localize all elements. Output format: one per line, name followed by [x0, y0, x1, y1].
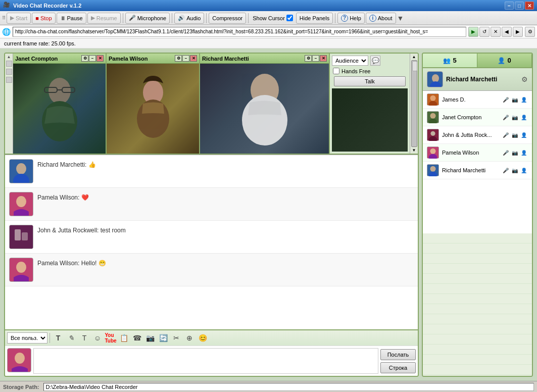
nav-btn-2[interactable]: ↺	[479, 27, 490, 37]
audience-dropdown[interactable]: Audience	[332, 56, 368, 66]
status-top-bar: current frame rate: 25.00 fps.	[0, 38, 537, 48]
nav-buttons: ▶ ↺ ✕ ◀ ▶	[468, 27, 523, 37]
extra-btn-2[interactable]: 😊	[197, 332, 209, 344]
toolbar-grip[interactable]: ⠿	[2, 15, 6, 21]
win-close-janet[interactable]: ✕	[96, 55, 104, 62]
settings-gear-icon[interactable]: ⚙	[521, 75, 528, 83]
win-min-janet[interactable]: −	[89, 55, 96, 62]
message-content-4: Pamela Wilson: Hello! 😁	[37, 258, 414, 267]
chat-icon-btn[interactable]: 💬	[370, 56, 380, 66]
stop-button[interactable]: ■ Stop	[32, 13, 55, 24]
start-button[interactable]: ▶ Start	[7, 13, 31, 24]
cut-btn[interactable]: ✂	[170, 332, 182, 344]
about-button[interactable]: i About	[366, 13, 396, 24]
nav-green-btn[interactable]: ▶	[468, 27, 478, 37]
participant-james: James D. 🎤 📷 👤	[423, 91, 532, 109]
audio-button[interactable]: 🔊 Audio	[174, 13, 204, 24]
main-video-frame	[332, 88, 408, 152]
emoji-btn[interactable]: ☺	[91, 332, 104, 344]
svg-point-34	[430, 149, 436, 154]
user-icon-james[interactable]: 👤	[520, 95, 528, 104]
nav-btn-4[interactable]: ◀	[502, 27, 512, 37]
youtube-btn[interactable]: YouTube	[105, 332, 117, 344]
message-row-2: Pamela Wilson: ❤️	[5, 188, 418, 221]
svg-point-22	[432, 74, 439, 82]
svg-point-37	[430, 166, 436, 172]
message-content-2: Pamela Wilson: ❤️	[37, 192, 414, 201]
icons-pamela: 🎤 📷 👤	[502, 149, 528, 157]
talk-button[interactable]: Talk	[334, 76, 406, 86]
cam-icon-pamela[interactable]: 📷	[511, 149, 519, 157]
microphone-button[interactable]: 🎤 Microphone	[125, 13, 170, 24]
minimize-button[interactable]: −	[505, 2, 514, 10]
settings-gear[interactable]: ⚙	[525, 27, 535, 37]
share-btn[interactable]: 🔄	[157, 332, 169, 344]
line-button[interactable]: Строка	[380, 362, 416, 373]
tab-guests[interactable]: 👤 0	[477, 54, 532, 67]
resume-button[interactable]: ▶ Resume	[87, 13, 121, 24]
help-button[interactable]: ? Help	[337, 13, 365, 24]
extra-btn-1[interactable]: ⊕	[183, 332, 196, 344]
win-min-pamela[interactable]: −	[182, 55, 189, 62]
win-min-richard[interactable]: −	[312, 55, 319, 62]
mic-icon-janet[interactable]: 🎤	[502, 113, 510, 121]
win-close-richard[interactable]: ✕	[320, 55, 327, 62]
user-icon-pamela[interactable]: 👤	[520, 149, 528, 157]
mic-icon-pamela[interactable]: 🎤	[502, 149, 510, 157]
win-settings-pamela[interactable]: ⚙	[175, 55, 182, 62]
chat-panel: ▲ Janet Crompton ⚙ − ✕	[4, 53, 419, 377]
cam-icon-richard[interactable]: 📷	[511, 166, 519, 174]
win-settings-janet[interactable]: ⚙	[81, 55, 88, 62]
scroll-up-arrow[interactable]: ▲	[7, 55, 11, 59]
clip-btn[interactable]: 📋	[118, 332, 130, 344]
cam-icon-janet[interactable]: 📷	[511, 113, 519, 121]
user-icon-richard[interactable]: 👤	[520, 166, 528, 174]
format-italic-btn[interactable]: ✎	[65, 332, 77, 344]
svg-point-25	[430, 95, 436, 101]
participants-tabs: 👥 5 👤 0	[423, 54, 532, 68]
format-text-btn[interactable]: T	[78, 332, 90, 344]
phone-btn[interactable]: ☎	[131, 332, 143, 344]
camera-btn[interactable]: 📷	[144, 332, 156, 344]
scroll-down[interactable]: ▼	[412, 148, 416, 153]
hide-panels-button[interactable]: Hide Panels	[296, 13, 333, 24]
user-icon-john[interactable]: 👤	[520, 131, 528, 139]
cam-icon-james[interactable]: 📷	[511, 95, 519, 104]
user-icon-janet[interactable]: 👤	[520, 113, 528, 121]
message-input[interactable]	[33, 348, 378, 374]
format-bold-btn[interactable]: T	[52, 332, 64, 344]
compressor-button[interactable]: Compressor	[209, 13, 246, 24]
participant-richard-p: Richard Marchetti 🎤 📷 👤	[423, 162, 532, 179]
participant-pamela-p: Pamela Wilson 🎤 📷 👤	[423, 144, 532, 162]
video-window-pamela: Pamela Wilson ⚙ − ✕	[107, 54, 200, 154]
current-user-bar: Richard Marchetti ⚙	[423, 68, 532, 91]
send-button[interactable]: Послать	[380, 349, 416, 360]
hands-free-checkbox[interactable]	[333, 68, 339, 74]
pause-button[interactable]: ⏸ Pause	[57, 13, 86, 24]
win-close-pamela[interactable]: ✕	[190, 55, 197, 62]
message-row-4: Pamela Wilson: Hello! 😁	[5, 254, 418, 286]
video-header-richard: Richard Marchetti ⚙ − ✕	[200, 54, 329, 64]
show-cursor-check[interactable]: Show Cursor	[251, 14, 295, 22]
channel-select[interactable]: Все польз...	[7, 332, 47, 344]
tab-users[interactable]: 👥 5	[423, 54, 477, 67]
mic-icon-james[interactable]: 🎤	[502, 95, 510, 104]
url-input[interactable]	[13, 27, 466, 37]
nav-btn-3[interactable]: ✕	[491, 27, 501, 37]
toolbar-dropdown-arrow[interactable]: ▼	[397, 14, 404, 22]
participants-list: James D. 🎤 📷 👤 Janet Crompton	[423, 91, 532, 233]
maximize-button[interactable]: □	[515, 2, 524, 10]
cam-icon-john[interactable]: 📷	[511, 131, 519, 139]
input-user-avatar	[7, 348, 31, 372]
scroll-thumb[interactable]	[412, 61, 417, 71]
mic-icon-richard[interactable]: 🎤	[502, 166, 510, 174]
show-cursor-checkbox[interactable]	[286, 15, 293, 21]
scroll-up[interactable]: ▲	[412, 55, 416, 59]
video-frame-janet	[13, 64, 106, 154]
close-button[interactable]: ✕	[525, 2, 534, 10]
avatar-richard-1	[9, 159, 33, 183]
nav-btn-5[interactable]: ▶	[513, 27, 523, 37]
svg-point-28	[430, 113, 436, 119]
mic-icon-john[interactable]: 🎤	[502, 131, 510, 139]
win-settings-richard[interactable]: ⚙	[305, 55, 312, 62]
